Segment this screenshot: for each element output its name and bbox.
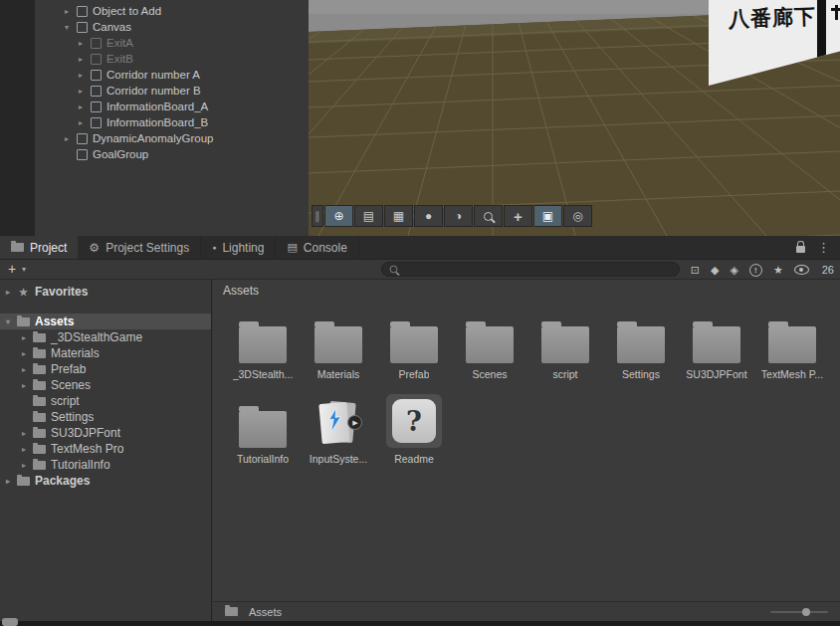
paint-tool-icon[interactable]: ◑: [444, 205, 473, 227]
expander-icon[interactable]: ▸: [79, 118, 91, 127]
info-icon[interactable]: !: [749, 264, 762, 277]
hierarchy-item[interactable]: ▸ Object to Add: [35, 3, 309, 19]
hierarchy-item-label[interactable]: ExitB: [106, 53, 133, 65]
tree-item-label[interactable]: Assets: [35, 314, 74, 328]
search-input[interactable]: [403, 264, 672, 276]
zoom-tool-icon[interactable]: [474, 205, 503, 227]
asset-item[interactable]: ? Readme: [376, 390, 452, 465]
tree-item-favorites[interactable]: ▸ ★ Favorites: [0, 284, 211, 300]
hierarchy-item[interactable]: ▸ InformationBoard_A: [35, 99, 309, 114]
expander-icon[interactable]: ▸: [22, 461, 33, 470]
camera-tool-icon[interactable]: ▣: [533, 205, 562, 227]
asset-item[interactable]: Scenes: [452, 306, 527, 380]
expander-icon[interactable]: ▸: [79, 103, 91, 111]
asset-item[interactable]: TutorialInfo: [225, 390, 301, 465]
lock-icon[interactable]: [796, 246, 805, 253]
open-in-search-icon[interactable]: ⊡: [691, 264, 700, 277]
asset-item[interactable]: TextMesh P...: [754, 306, 830, 380]
expander-icon[interactable]: ▸: [79, 71, 91, 80]
drag-handle-icon[interactable]: ∥: [312, 205, 323, 227]
tree-item-label[interactable]: Packages: [35, 474, 90, 488]
expander-icon[interactable]: ▸: [65, 134, 77, 143]
tree-item-scenes[interactable]: ▸ Scenes: [0, 377, 211, 393]
hierarchy-item-label[interactable]: InformationBoard_A: [106, 101, 208, 112]
hierarchy-item-label[interactable]: InformationBoard_B: [106, 116, 208, 128]
hierarchy-item-label[interactable]: Corridor number A: [106, 69, 200, 81]
expander-icon[interactable]: ▸: [79, 39, 91, 48]
hierarchy-item[interactable]: ▸ DynamicAnomalyGroup: [35, 130, 309, 146]
hierarchy-item[interactable]: ▸ InformationBoard_B: [35, 114, 309, 130]
tree-item-label[interactable]: TextMesh Pro: [51, 442, 123, 456]
hierarchy-item-label[interactable]: Corridor number B: [106, 85, 201, 97]
tree-item-materials[interactable]: ▸ Materials: [0, 345, 211, 361]
add-asset-button[interactable]: +: [8, 262, 16, 277]
kebab-menu-icon[interactable]: ⋮: [817, 240, 830, 255]
tree-item-3dstealthgame[interactable]: ▸ _3DStealthGame: [0, 329, 211, 345]
tree-item-packages[interactable]: ▸ Packages: [0, 473, 211, 489]
hierarchy-item[interactable]: ▾ Canvas: [35, 19, 309, 35]
tab-console[interactable]: ▤ Console: [276, 236, 358, 259]
tree-item-label[interactable]: SU3DJPFont: [51, 426, 120, 440]
tree-item-su3djpfont[interactable]: ▸ SU3DJPFont: [0, 425, 211, 441]
hierarchy-item[interactable]: ▸ ExitB: [35, 51, 309, 67]
expander-icon[interactable]: ▸: [22, 445, 33, 454]
expander-icon[interactable]: ▸: [22, 365, 33, 374]
tree-item-prefab[interactable]: ▸ Prefab: [0, 361, 211, 377]
thumbnail-size-slider[interactable]: [770, 611, 828, 613]
tab-lighting[interactable]: ● Lighting: [201, 236, 276, 259]
asset-item[interactable]: SU3DJPFont: [679, 306, 754, 380]
expander-icon[interactable]: ▾: [65, 23, 77, 32]
tree-item-label[interactable]: _3DStealthGame: [51, 330, 142, 344]
tree-item-script[interactable]: ▸ script: [0, 393, 211, 409]
hierarchy-item-label[interactable]: Object to Add: [93, 5, 161, 17]
tree-item-assets[interactable]: ▾ Assets: [0, 313, 211, 329]
tree-item-label[interactable]: Scenes: [51, 378, 91, 392]
hierarchy-item-label[interactable]: ExitA: [106, 37, 133, 49]
tree-item-tutorialinfo[interactable]: ▸ TutorialInfo: [0, 457, 211, 473]
hierarchy-item[interactable]: ▸ ExitA: [35, 35, 309, 51]
tree-item-label[interactable]: Materials: [51, 346, 100, 360]
expander-icon[interactable]: ▸: [6, 477, 17, 486]
asset-item[interactable]: _3DStealth...: [225, 306, 301, 380]
filter-by-label-icon[interactable]: ◈: [730, 264, 737, 277]
view-tool-icon[interactable]: ⊕: [324, 205, 353, 227]
sphere-tool-icon[interactable]: ●: [414, 205, 443, 227]
asset-item[interactable]: ▶ InputSyste...: [301, 390, 376, 465]
tree-item-label[interactable]: Prefab: [51, 362, 86, 376]
expander-icon[interactable]: ▸: [22, 349, 33, 358]
tree-item-label[interactable]: Favorites: [35, 285, 88, 299]
expander-icon[interactable]: ▸: [22, 333, 33, 342]
asset-item[interactable]: Materials: [301, 306, 376, 380]
expander-icon[interactable]: ▾: [6, 317, 17, 326]
move-tool-icon[interactable]: +: [504, 205, 532, 227]
saved-search-icon[interactable]: ★: [773, 264, 783, 277]
terrain-tool-icon[interactable]: ▤: [354, 205, 383, 227]
hierarchy-item[interactable]: ▸ Corridor number B: [35, 83, 309, 99]
hierarchy-item-label[interactable]: DynamicAnomalyGroup: [93, 132, 213, 144]
hierarchy-item[interactable]: ▸ Corridor number A: [35, 67, 309, 83]
asset-item[interactable]: script: [527, 306, 603, 380]
tree-item-label[interactable]: TutorialInfo: [51, 458, 110, 472]
visibility-eye-icon[interactable]: [794, 265, 809, 275]
compass-tool-icon[interactable]: ◎: [563, 205, 592, 227]
expander-icon[interactable]: ▸: [79, 87, 91, 96]
hierarchy-item-label[interactable]: Canvas: [93, 21, 131, 33]
hierarchy-item-label[interactable]: GoalGroup: [93, 148, 148, 160]
expander-icon[interactable]: ▸: [65, 7, 77, 16]
tree-item-label[interactable]: Settings: [51, 410, 94, 424]
grid-tool-icon[interactable]: ▦: [384, 205, 413, 227]
search-field[interactable]: [381, 262, 680, 277]
expander-icon[interactable]: ▸: [6, 288, 17, 297]
hierarchy-item[interactable]: ▸ GoalGroup: [35, 146, 309, 162]
tree-item-textmesh-pro[interactable]: ▸ TextMesh Pro: [0, 441, 211, 457]
asset-item[interactable]: Prefab: [376, 306, 452, 380]
tab-project-settings[interactable]: ⚙ Project Settings: [78, 236, 201, 259]
scene-view[interactable]: 八番廊下 ∥ ⊕ ▤ ▦ ● ◑ + ▣ ◎: [309, 0, 840, 236]
expander-icon[interactable]: ▸: [22, 429, 33, 438]
expander-icon[interactable]: ▸: [22, 381, 33, 390]
tree-item-label[interactable]: script: [51, 394, 80, 408]
asset-item[interactable]: Settings: [603, 306, 679, 380]
slider-knob[interactable]: [802, 608, 810, 616]
expander-icon[interactable]: ▸: [79, 55, 91, 64]
chevron-down-icon[interactable]: ▾: [22, 265, 26, 274]
